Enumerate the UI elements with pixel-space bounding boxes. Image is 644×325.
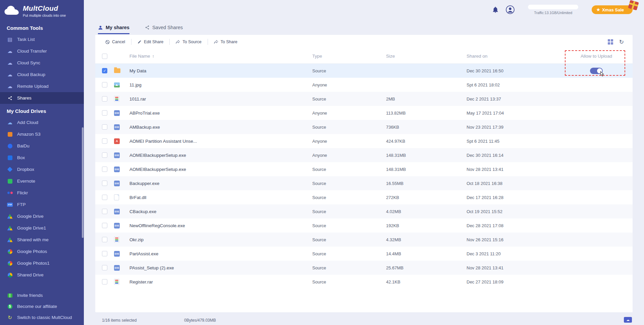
row-checkbox[interactable] (102, 152, 107, 158)
archive-icon (114, 96, 129, 102)
google-drive-icon (7, 214, 13, 219)
sidebar-item-shared-drive[interactable]: Shared Drive (0, 269, 84, 281)
sidebar-item-ftp[interactable]: FTPFTP (0, 199, 84, 210)
tab-label: Saved Shares (152, 25, 183, 30)
row-checkbox-cell (95, 82, 114, 87)
table-row[interactable]: EXEAOMEIBackupperSetup.exeSource148.31MB… (95, 162, 633, 176)
row-checkbox[interactable] (102, 237, 107, 242)
table-row[interactable]: EXENewOfflineRegConsole.exeSource192KBDe… (95, 218, 633, 233)
sidebar-item-box[interactable]: Box (0, 152, 84, 164)
file-name: Backupper.exe (129, 181, 312, 186)
sidebar-item-shares[interactable]: Shares (0, 92, 84, 104)
row-checkbox[interactable] (102, 96, 107, 102)
sidebar-item-flickr[interactable]: Flickr (0, 187, 84, 199)
table-row[interactable]: 11.jpgAnyoneSpt 6 2021 18:02 (95, 78, 633, 92)
tab-my-shares[interactable]: My shares (98, 25, 129, 34)
select-all-checkbox[interactable] (102, 54, 107, 59)
sidebar-item-baidu[interactable]: BaiDu (0, 140, 84, 152)
table-row[interactable]: EXEBackupper.exeSource16.55MBOct 18 2021… (95, 176, 633, 190)
sort-asc-icon[interactable]: ↑ (152, 54, 155, 59)
edit-share-button[interactable]: Edit Share (131, 39, 169, 45)
task-list-icon: ▤ (7, 37, 13, 42)
sidebar: MultCloud Put multiple clouds into one C… (0, 0, 84, 325)
row-checkbox[interactable] (102, 265, 107, 270)
row-checkbox[interactable] (102, 110, 107, 116)
cloud-transfer-icon: ☁ (7, 49, 13, 54)
shared-drive-icon (7, 273, 13, 277)
ftp-icon: FTP (7, 203, 13, 207)
row-checkbox[interactable] (102, 223, 107, 228)
table-row[interactable]: EXEPAssist_Setup (2).exeSource25.67MBNov… (95, 261, 633, 275)
sidebar-item-shared-with-me[interactable]: Shared with me (0, 234, 84, 246)
cloud-widget-icon[interactable]: ☁ (624, 317, 632, 323)
xmas-sale-button[interactable]: ★ Xmas Sale (592, 5, 633, 14)
table-row[interactable]: EXEABProTrial.exeAnyone113.82MBMay 17 20… (95, 106, 633, 120)
column-shared-on[interactable]: Shared on (467, 54, 567, 59)
shared-on-date: Nov 28 2021 13:41 (467, 265, 567, 270)
amazon-s3-icon (7, 132, 13, 137)
share-icon (145, 25, 150, 30)
row-checkbox[interactable] (102, 167, 107, 172)
sidebar-item-switch-to-classic-multcloud[interactable]: ↻Switch to classic MultCloud (0, 312, 84, 323)
sidebar-item-evernote[interactable]: Evernote (0, 175, 84, 187)
share-type: Anyone (312, 82, 386, 87)
sidebar-item-task-list[interactable]: ▤Task List (0, 34, 84, 45)
grid-view-icon[interactable] (608, 39, 613, 45)
row-checkbox[interactable] (102, 138, 107, 144)
row-checkbox[interactable] (102, 195, 107, 200)
sidebar-item-google-drive[interactable]: Google Drive (0, 210, 84, 222)
sidebar-item-cloud-sync[interactable]: ☁Cloud Sync (0, 57, 84, 69)
status-bar: 1/16 items selected 0Bytes/479.03MB ☁ (84, 316, 644, 325)
row-checkbox[interactable] (102, 209, 107, 214)
gift-box-icon (628, 0, 639, 10)
sidebar-item-invite-friends[interactable]: Invite friends (0, 290, 84, 301)
sidebar-item-cloud-transfer[interactable]: ☁Cloud Transfer (0, 45, 84, 57)
file-name: AOMEIBackupperSetup.exe (129, 167, 312, 172)
table-row[interactable]: BrFat.dllSource272KBDec 17 2021 16:28 (95, 190, 633, 204)
table-row[interactable]: ✓My DataSourceDec 30 2021 16:50 (95, 64, 633, 78)
table-row[interactable]: Okr.zipSource4.32MBNov 26 2021 15:16 (95, 233, 633, 247)
table-row[interactable]: EXEPartAssist.exeSource14.4MBDec 3 2021 … (95, 247, 633, 261)
table-row[interactable]: AAOMEI Partition Assistant Unse...Anyone… (95, 134, 633, 148)
table-row[interactable]: EXECBackup.exeSource4.02MBOct 19 2021 15… (95, 204, 633, 218)
row-checkbox[interactable] (102, 251, 107, 256)
sidebar-item-dropbox[interactable]: Dropbox (0, 164, 84, 175)
sidebar-item-cloud-backup[interactable]: ☁Cloud Backup (0, 69, 84, 80)
shared-on-date: Oct 19 2021 15:52 (467, 209, 567, 214)
column-file-name[interactable]: File Name ↑ (129, 54, 312, 59)
multcloud-logo[interactable]: MultCloud Put multiple clouds into one (0, 0, 84, 21)
refresh-icon[interactable]: ↻ (619, 39, 624, 45)
row-checkbox[interactable] (102, 124, 107, 130)
allow-upload-toggle[interactable] (590, 68, 603, 74)
sidebar-item-amazon-s3[interactable]: Amazon S3 (0, 128, 84, 140)
table-row[interactable]: EXEAOMEIBackupperSetup.exeAnyone148.31MB… (95, 148, 633, 162)
row-checkbox[interactable]: ✓ (102, 68, 107, 73)
file-name: 11.jpg (129, 82, 312, 87)
column-size[interactable]: Size (386, 54, 467, 59)
row-checkbox[interactable] (102, 82, 107, 87)
column-type[interactable]: Type (312, 54, 386, 59)
sidebar-item-google-photos[interactable]: Google Photos (0, 246, 84, 257)
to-source-button[interactable]: To Source (169, 39, 207, 45)
sidebar-scrollbar[interactable] (82, 127, 84, 238)
sidebar-item-google-photos1[interactable]: Google Photos1 (0, 257, 84, 269)
sidebar-item-add-cloud[interactable]: ☁Add Cloud (0, 117, 84, 128)
cancel-button[interactable]: Cancel (99, 39, 131, 45)
archive-icon (114, 279, 129, 285)
sidebar-section-title: My Cloud Drives (0, 104, 84, 117)
toolbar-buttons: CancelEdit ShareTo SourceTo Share (99, 39, 244, 45)
column-allow-to-upload[interactable]: Allow to Upload (567, 54, 626, 59)
to-share-button[interactable]: To Share (208, 39, 244, 45)
table-row[interactable]: 1011.rarSource2MBDec 2 2021 13:37 (95, 92, 633, 106)
table-row[interactable]: Register.rarSource42.1KBDec 27 2021 18:0… (95, 275, 633, 289)
notifications-bell-icon[interactable] (492, 6, 499, 13)
table-row[interactable]: EXEAMBackup.exeSource736KBNov 23 2021 17… (95, 120, 633, 134)
user-account-icon[interactable] (506, 5, 515, 14)
sidebar-item-google-drive1[interactable]: Google Drive1 (0, 222, 84, 234)
row-checkbox[interactable] (102, 279, 107, 284)
row-checkbox-cell: ✓ (95, 68, 114, 73)
sidebar-item-become-our-affiliate[interactable]: $Become our affiliate (0, 301, 84, 312)
tab-saved-shares[interactable]: Saved Shares (145, 25, 183, 34)
row-checkbox[interactable] (102, 181, 107, 186)
sidebar-item-remote-upload[interactable]: ☁Remote Upload (0, 80, 84, 92)
